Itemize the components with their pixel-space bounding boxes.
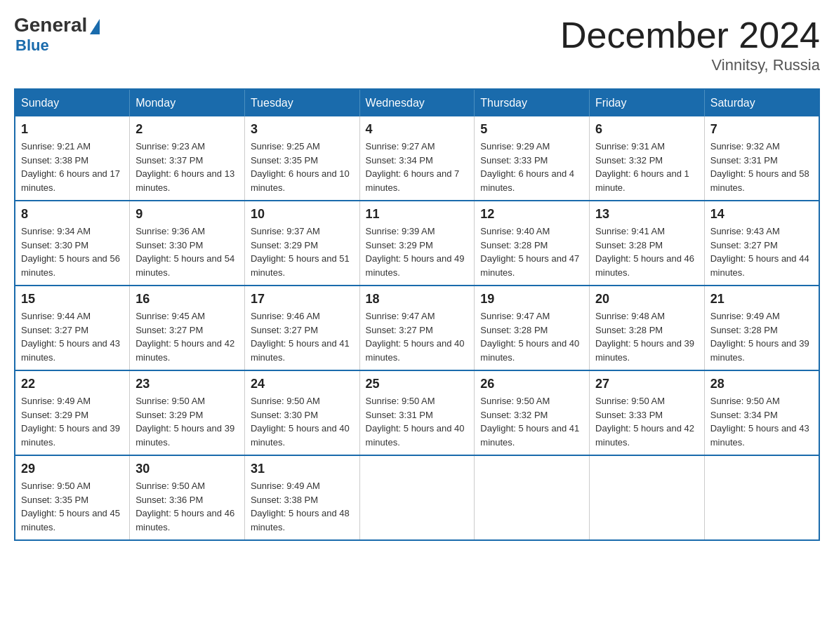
day-number: 10 [251,207,354,222]
calendar-cell: 7Sunrise: 9:32 AMSunset: 3:31 PMDaylight… [704,116,819,201]
day-number: 29 [21,462,124,476]
day-info: Sunrise: 9:50 AMSunset: 3:36 PMDaylight:… [135,479,239,534]
day-info: Sunrise: 9:25 AMSunset: 3:35 PMDaylight:… [251,140,354,194]
day-info: Sunrise: 9:48 AMSunset: 3:28 PMDaylight:… [595,309,699,364]
calendar-cell: 22Sunrise: 9:49 AMSunset: 3:29 PMDayligh… [15,370,130,455]
day-number: 31 [251,462,354,476]
day-info: Sunrise: 9:44 AMSunset: 3:27 PMDaylight:… [21,309,124,364]
day-number: 28 [710,377,813,391]
day-info: Sunrise: 9:49 AMSunset: 3:29 PMDaylight:… [21,394,124,449]
calendar-cell: 8Sunrise: 9:34 AMSunset: 3:30 PMDaylight… [15,201,130,286]
page-header: General Blue December 2024 Vinnitsy, Rus… [14,14,820,74]
calendar-cell: 31Sunrise: 9:49 AMSunset: 3:38 PMDayligh… [244,455,359,540]
day-number: 25 [366,377,469,391]
day-info: Sunrise: 9:50 AMSunset: 3:31 PMDaylight:… [366,394,469,449]
calendar-week-row: 29Sunrise: 9:50 AMSunset: 3:35 PMDayligh… [15,455,819,540]
day-info: Sunrise: 9:32 AMSunset: 3:31 PMDaylight:… [710,140,813,194]
calendar-header-row: SundayMondayTuesdayWednesdayThursdayFrid… [15,89,819,116]
calendar-cell: 12Sunrise: 9:40 AMSunset: 3:28 PMDayligh… [475,201,590,286]
day-info: Sunrise: 9:31 AMSunset: 3:32 PMDaylight:… [595,140,699,194]
calendar-cell: 14Sunrise: 9:43 AMSunset: 3:27 PMDayligh… [704,201,819,286]
calendar-cell [590,455,705,540]
calendar-cell: 16Sunrise: 9:45 AMSunset: 3:27 PMDayligh… [130,286,245,370]
calendar-cell: 1Sunrise: 9:21 AMSunset: 3:38 PMDaylight… [15,116,130,201]
day-info: Sunrise: 9:29 AMSunset: 3:33 PMDaylight:… [480,140,583,194]
calendar-cell: 15Sunrise: 9:44 AMSunset: 3:27 PMDayligh… [15,286,130,370]
calendar-table: SundayMondayTuesdayWednesdayThursdayFrid… [14,88,820,541]
day-number: 24 [251,377,354,391]
day-info: Sunrise: 9:27 AMSunset: 3:34 PMDaylight:… [366,140,469,194]
day-number: 13 [595,207,699,222]
calendar-cell: 24Sunrise: 9:50 AMSunset: 3:30 PMDayligh… [244,370,359,455]
day-number: 21 [710,292,813,307]
calendar-cell: 25Sunrise: 9:50 AMSunset: 3:31 PMDayligh… [359,370,475,455]
logo-triangle-icon [90,19,100,34]
day-number: 3 [251,122,354,137]
calendar-cell [359,455,475,540]
day-of-week-header: Wednesday [359,89,475,116]
calendar-cell: 26Sunrise: 9:50 AMSunset: 3:32 PMDayligh… [475,370,590,455]
day-number: 18 [366,292,469,307]
day-info: Sunrise: 9:50 AMSunset: 3:33 PMDaylight:… [595,394,699,449]
calendar-cell: 21Sunrise: 9:49 AMSunset: 3:28 PMDayligh… [704,286,819,370]
day-info: Sunrise: 9:43 AMSunset: 3:27 PMDaylight:… [710,224,813,279]
day-number: 12 [480,207,583,222]
calendar-cell: 9Sunrise: 9:36 AMSunset: 3:30 PMDaylight… [130,201,245,286]
calendar-cell [475,455,590,540]
calendar-cell: 6Sunrise: 9:31 AMSunset: 3:32 PMDaylight… [590,116,705,201]
month-title: December 2024 [560,14,820,56]
day-info: Sunrise: 9:47 AMSunset: 3:27 PMDaylight:… [366,309,469,364]
day-number: 6 [595,122,699,137]
day-info: Sunrise: 9:47 AMSunset: 3:28 PMDaylight:… [480,309,583,364]
title-section: December 2024 Vinnitsy, Russia [560,14,820,74]
day-info: Sunrise: 9:23 AMSunset: 3:37 PMDaylight:… [135,140,239,194]
logo-general-text: General [14,14,87,36]
day-info: Sunrise: 9:21 AMSunset: 3:38 PMDaylight:… [21,140,124,194]
day-info: Sunrise: 9:37 AMSunset: 3:29 PMDaylight:… [251,224,354,279]
day-number: 27 [595,377,699,391]
day-number: 22 [21,377,124,391]
calendar-cell: 17Sunrise: 9:46 AMSunset: 3:27 PMDayligh… [244,286,359,370]
logo-blue-text: Blue [15,36,49,55]
day-number: 2 [135,122,239,137]
day-number: 8 [21,207,124,222]
day-info: Sunrise: 9:50 AMSunset: 3:34 PMDaylight:… [710,394,813,449]
calendar-cell: 2Sunrise: 9:23 AMSunset: 3:37 PMDaylight… [130,116,245,201]
day-info: Sunrise: 9:50 AMSunset: 3:35 PMDaylight:… [21,479,124,534]
calendar-cell: 13Sunrise: 9:41 AMSunset: 3:28 PMDayligh… [590,201,705,286]
day-info: Sunrise: 9:40 AMSunset: 3:28 PMDaylight:… [480,224,583,279]
day-number: 30 [135,462,239,476]
calendar-cell: 28Sunrise: 9:50 AMSunset: 3:34 PMDayligh… [704,370,819,455]
logo: General Blue [14,14,100,55]
calendar-cell: 29Sunrise: 9:50 AMSunset: 3:35 PMDayligh… [15,455,130,540]
day-number: 5 [480,122,583,137]
calendar-cell: 20Sunrise: 9:48 AMSunset: 3:28 PMDayligh… [590,286,705,370]
day-of-week-header: Monday [130,89,245,116]
day-of-week-header: Thursday [475,89,590,116]
day-info: Sunrise: 9:34 AMSunset: 3:30 PMDaylight:… [21,224,124,279]
calendar-cell: 19Sunrise: 9:47 AMSunset: 3:28 PMDayligh… [475,286,590,370]
calendar-cell: 11Sunrise: 9:39 AMSunset: 3:29 PMDayligh… [359,201,475,286]
day-number: 11 [366,207,469,222]
calendar-cell: 4Sunrise: 9:27 AMSunset: 3:34 PMDaylight… [359,116,475,201]
day-of-week-header: Sunday [15,89,130,116]
day-number: 9 [135,207,239,222]
day-of-week-header: Friday [590,89,705,116]
day-number: 16 [135,292,239,307]
day-info: Sunrise: 9:50 AMSunset: 3:29 PMDaylight:… [135,394,239,449]
location-label: Vinnitsy, Russia [560,56,820,74]
day-info: Sunrise: 9:50 AMSunset: 3:32 PMDaylight:… [480,394,583,449]
calendar-cell: 27Sunrise: 9:50 AMSunset: 3:33 PMDayligh… [590,370,705,455]
calendar-week-row: 1Sunrise: 9:21 AMSunset: 3:38 PMDaylight… [15,116,819,201]
day-info: Sunrise: 9:45 AMSunset: 3:27 PMDaylight:… [135,309,239,364]
calendar-cell: 23Sunrise: 9:50 AMSunset: 3:29 PMDayligh… [130,370,245,455]
calendar-cell: 18Sunrise: 9:47 AMSunset: 3:27 PMDayligh… [359,286,475,370]
day-number: 17 [251,292,354,307]
day-info: Sunrise: 9:36 AMSunset: 3:30 PMDaylight:… [135,224,239,279]
calendar-week-row: 8Sunrise: 9:34 AMSunset: 3:30 PMDaylight… [15,201,819,286]
calendar-cell: 3Sunrise: 9:25 AMSunset: 3:35 PMDaylight… [244,116,359,201]
day-number: 14 [710,207,813,222]
day-number: 4 [366,122,469,137]
day-info: Sunrise: 9:50 AMSunset: 3:30 PMDaylight:… [251,394,354,449]
day-number: 26 [480,377,583,391]
